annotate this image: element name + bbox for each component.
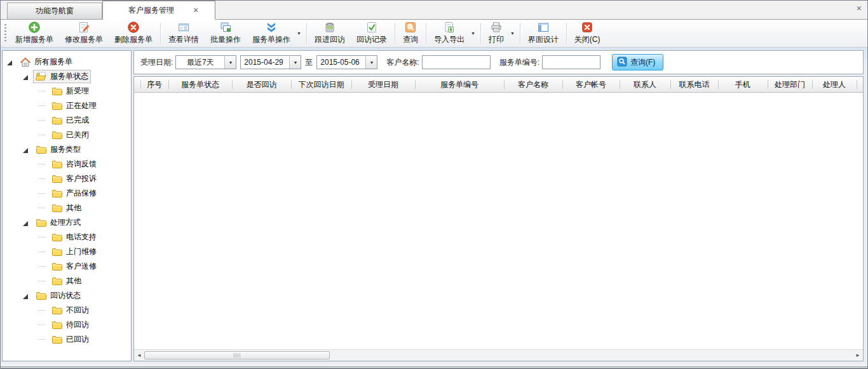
tree-node-box[interactable]: 不回访 (49, 304, 92, 317)
dropdown-caret-icon[interactable]: ▼ (510, 31, 518, 36)
tree-node-box[interactable]: 正在处理 (49, 99, 99, 112)
column-header[interactable]: 联系人 (620, 77, 670, 92)
date-range-combo[interactable]: 最近7天 ▼ (175, 55, 236, 69)
order-no-label: 服务单编号: (499, 57, 539, 68)
toolbar-button-label: 批量操作 (210, 34, 241, 45)
tab-label: 功能导航窗 (36, 6, 74, 17)
toolbar-button-followup[interactable]: 跟进回访 (309, 20, 351, 47)
tree-node-box[interactable]: 电话支持 (49, 231, 99, 244)
tree-node[interactable]: 新受理 (3, 84, 131, 98)
tree-node-box[interactable]: 上门维修 (49, 245, 99, 258)
toolbar-button-add[interactable]: 新增服务单 (10, 20, 59, 47)
column-header[interactable]: 客户名称 (504, 77, 562, 92)
order-no-input[interactable] (542, 55, 600, 69)
toolbar-button-details[interactable]: 查看详情 (163, 20, 205, 47)
customer-name-input[interactable] (422, 55, 491, 69)
scroll-right-icon[interactable]: ► (853, 350, 863, 361)
query-button[interactable]: 查询(F) (612, 54, 663, 70)
tree-node[interactable]: 处理方式 (3, 215, 131, 230)
toolbar-button-search[interactable]: 查询 (397, 20, 424, 47)
toolbar-button-print[interactable]: 打印 (483, 20, 510, 47)
tree-node-box[interactable]: 待回访 (49, 318, 92, 332)
column-header[interactable]: 受理日期 (351, 77, 415, 92)
toolbar-button-edit[interactable]: 修改服务单 (59, 20, 109, 47)
expand-icon[interactable] (22, 220, 29, 226)
tree-node[interactable]: 不回访 (3, 303, 131, 318)
tree-node-box[interactable]: 新受理 (49, 84, 92, 98)
dropdown-caret-icon[interactable]: ▼ (470, 31, 478, 36)
date-to-combo[interactable]: 2015-05-06 ▼ (316, 55, 377, 69)
tab-close-icon[interactable]: × (193, 6, 198, 15)
toolbar-separator (520, 23, 520, 44)
tree-node[interactable]: 电话支持 (3, 230, 131, 245)
tree-node-box[interactable]: 已关闭 (49, 128, 92, 142)
tree-node[interactable]: 服务单状态 (3, 69, 131, 84)
tree-node[interactable]: 待回访 (3, 318, 131, 332)
toolbar-button-design[interactable]: 界面设计 (522, 20, 564, 47)
column-header[interactable]: 手机 (718, 77, 768, 92)
tree-node[interactable]: 客户投诉 (3, 171, 131, 186)
tree-node[interactable]: 已回访 (3, 332, 131, 347)
tree-node-box[interactable]: 客户投诉 (49, 172, 99, 185)
tab-function-nav[interactable]: 功能导航窗 (7, 3, 102, 19)
toolbar-button-record[interactable]: 回访记录 (351, 20, 393, 47)
column-header[interactable]: 处理部门 (768, 77, 812, 92)
tree-node[interactable]: 咨询反馈 (3, 157, 131, 171)
column-header[interactable]: 下次回访日期 (291, 77, 351, 92)
tree-node[interactable]: 服务类型 (3, 142, 131, 157)
tab-customer-service[interactable]: 客户服务管理 × (102, 1, 215, 20)
date-from-combo[interactable]: 2015-04-29 ▼ (240, 55, 301, 69)
chevron-down-icon[interactable]: ▼ (224, 56, 236, 69)
expand-icon[interactable] (22, 74, 29, 80)
column-header[interactable]: 联系电话 (670, 77, 718, 92)
tree-node[interactable]: 回访状态 (3, 288, 131, 303)
column-header[interactable]: 处理人 (812, 77, 857, 92)
toolbar-button-batch[interactable]: 批量操作 (205, 20, 247, 47)
column-header[interactable]: 服务单状态 (168, 77, 232, 92)
tree-node-box[interactable]: 产品保修 (49, 187, 99, 200)
tree-node-box[interactable]: 回访状态 (33, 289, 83, 302)
tree-node[interactable]: 上门维修 (3, 245, 131, 259)
tree-node[interactable]: 所有服务单 (3, 55, 131, 69)
expand-icon[interactable] (22, 147, 29, 153)
tree-node[interactable]: 正在处理 (3, 98, 131, 113)
toolbar-item-wrap: 服务单操作▼ (247, 20, 304, 47)
expand-icon[interactable] (22, 293, 29, 299)
tree-node-box[interactable]: 其他 (49, 274, 84, 288)
column-header[interactable]: 序号 (140, 77, 168, 92)
tree-connector-icon (38, 105, 45, 106)
chevron-down-icon[interactable]: ▼ (289, 56, 301, 69)
toolbar-button-import-export[interactable]: 导入导出 (428, 20, 470, 47)
toolbar-button-delete[interactable]: 删除服务单 (109, 20, 158, 47)
column-header-label: 手机 (735, 79, 750, 90)
tree-node-box[interactable]: 客户送修 (49, 260, 99, 273)
column-header[interactable]: 服务单编号 (415, 77, 504, 92)
tree-node-box[interactable]: 服务单状态 (33, 70, 91, 83)
tree-node[interactable]: 客户送修 (3, 259, 131, 274)
tree-node-box[interactable]: 已完成 (49, 114, 92, 127)
tree-node[interactable]: 其他 (3, 274, 131, 288)
column-header[interactable]: 是否回访 (232, 77, 291, 92)
toolbar-button-close[interactable]: 关闭(C) (569, 20, 606, 47)
scroll-left-icon[interactable]: ◄ (134, 350, 144, 361)
panel-close-icon[interactable]: × (857, 4, 862, 13)
expand-icon[interactable] (6, 59, 13, 65)
tree-node[interactable]: 其他 (3, 201, 131, 215)
horizontal-scrollbar[interactable]: ◄ ► (134, 349, 863, 361)
tree-node[interactable]: 已完成 (3, 113, 131, 128)
tree-node-box[interactable]: 所有服务单 (17, 55, 75, 69)
toolbar-drag-handle-icon[interactable] (4, 24, 6, 43)
dropdown-caret-icon[interactable]: ▼ (296, 31, 304, 36)
column-header[interactable]: 客户帐号 (562, 77, 620, 92)
tree-node-box[interactable]: 已回访 (49, 333, 92, 346)
tree-node-box[interactable]: 处理方式 (33, 216, 83, 229)
tree-node-box[interactable]: 服务类型 (33, 143, 83, 156)
tree-node-box[interactable]: 其他 (49, 201, 84, 215)
tree-node-box[interactable]: 咨询反馈 (49, 158, 99, 171)
toolbar-button-operations[interactable]: 服务单操作 (247, 20, 296, 47)
tree-node[interactable]: 已关闭 (3, 128, 131, 142)
tree-connector-icon (38, 208, 45, 208)
chevron-down-icon[interactable]: ▼ (365, 56, 377, 69)
tree-node[interactable]: 产品保修 (3, 186, 131, 201)
scrollbar-thumb[interactable] (144, 351, 330, 359)
